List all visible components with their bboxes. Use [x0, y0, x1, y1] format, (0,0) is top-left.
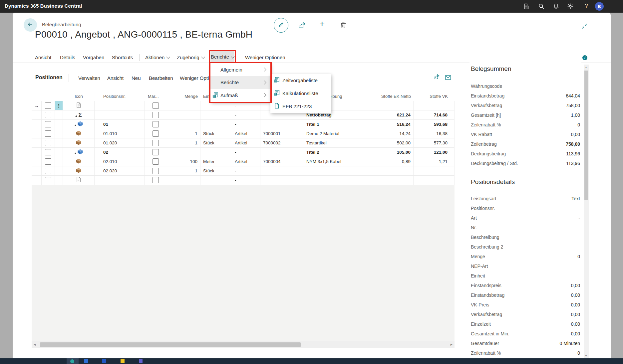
scrollbar-thumb[interactable] [40, 342, 301, 347]
row-checkbox[interactable] [45, 177, 51, 183]
menu-item-kalkulationsliste[interactable]: Kalkulationsliste [270, 87, 331, 100]
taskbar-icon[interactable] [139, 359, 143, 363]
breadcrumb[interactable]: Belegbearbeitung [42, 22, 81, 27]
horizontal-scrollbar[interactable]: ◀ ▶ [32, 341, 455, 348]
col-header-menge[interactable]: Menge [167, 92, 200, 101]
tab-ansicht[interactable]: Ansicht [35, 55, 51, 60]
factbox-title-belegsummen[interactable]: Belegsummen [471, 65, 511, 73]
table-row[interactable]: 02.0201Stück- [32, 166, 455, 176]
toolbar-bearbeiten[interactable]: Bearbeiten [149, 75, 173, 81]
row-checkbox[interactable] [45, 168, 51, 174]
row-checkbox[interactable] [153, 121, 159, 127]
taskbar-icon[interactable] [102, 359, 106, 363]
expand-triangle-icon[interactable] [74, 124, 76, 126]
menu-weniger-optionen[interactable]: Weniger Optionen [245, 55, 285, 60]
help-icon[interactable]: ? [583, 3, 589, 10]
scroll-down-icon[interactable]: ▼ [585, 354, 587, 357]
field-value[interactable]: 0,00 [571, 132, 580, 137]
col-header-positionsnr[interactable]: Positionsnr. [95, 92, 145, 101]
scroll-left-icon[interactable]: ◀ [34, 343, 36, 346]
share-button[interactable] [298, 22, 306, 30]
table-row[interactable]: 01.0101StückArtikel7000001Demo 2 Materia… [32, 129, 455, 138]
field-value[interactable]: 758,00 [566, 103, 580, 108]
field-value[interactable]: 113,96 [566, 151, 580, 156]
menu-berichte[interactable]: Berichte [210, 51, 234, 62]
menu-aktionen[interactable]: Aktionen [145, 55, 169, 60]
field-value[interactable]: 0 [577, 122, 580, 127]
taskbar-icon[interactable] [121, 359, 125, 363]
row-checkbox[interactable] [45, 102, 51, 109]
scroll-right-icon[interactable]: ▶ [451, 343, 453, 346]
table-row[interactable]: 02-Titel 2105,00121,00 [32, 148, 455, 157]
row-menu-dots-icon[interactable]: ⋮ [57, 103, 61, 108]
row-checkbox[interactable] [153, 112, 159, 118]
menu-item-aufmass[interactable]: Aufmaß [210, 89, 270, 102]
row-checkbox[interactable] [153, 168, 159, 174]
col-header-stoffe-vk[interactable]: Stoffe VK [414, 92, 455, 101]
field-value[interactable]: 1,00 [571, 112, 580, 118]
row-checkbox[interactable] [45, 130, 51, 137]
tab-shortcuts[interactable]: Shortcuts [112, 55, 133, 60]
row-checkbox[interactable] [153, 149, 159, 155]
expand-triangle-icon[interactable] [74, 152, 76, 154]
table-row[interactable]: - [32, 176, 455, 185]
tab-details[interactable]: Details [60, 55, 75, 60]
field-value[interactable]: 0 [577, 254, 580, 259]
field-value[interactable]: 0 Minuten [560, 341, 580, 346]
mail-lines-button[interactable] [445, 75, 451, 82]
table-row[interactable]: 01.0201StückArtikel7000002Testartikel502… [32, 138, 455, 148]
field-value[interactable]: - [578, 215, 580, 221]
field-value[interactable]: 0,00 [571, 321, 580, 327]
company-icon[interactable] [523, 3, 530, 10]
toolbar-verwalten[interactable]: Verwalten [78, 75, 100, 81]
menu-zugehoerig[interactable]: Zugehörig [177, 55, 204, 60]
menu-item-zeitvorgabeliste[interactable]: Zeitvorgabeliste [270, 74, 331, 87]
field-value[interactable]: 0,00 [571, 312, 580, 317]
row-checkbox[interactable] [153, 102, 159, 109]
search-icon[interactable] [538, 3, 545, 10]
row-checkbox[interactable] [45, 149, 51, 155]
delete-button[interactable] [340, 22, 347, 30]
info-icon[interactable]: i [582, 55, 587, 60]
add-button[interactable]: + [319, 19, 325, 29]
row-checkbox[interactable] [153, 158, 159, 165]
user-avatar[interactable]: B [595, 2, 604, 11]
menu-item-efb-221-223[interactable]: EFB 221-223 [270, 100, 331, 113]
settings-icon[interactable] [567, 3, 574, 10]
scrollbar-thumb[interactable] [584, 71, 588, 200]
notifications-icon[interactable] [553, 3, 560, 10]
menu-item-berichte[interactable]: Berichte [210, 76, 270, 89]
field-value[interactable]: 0,00 [571, 331, 580, 336]
factbox-title-positionsdetails[interactable]: Positionsdetails [471, 178, 515, 186]
field-value[interactable]: 113,96 [566, 161, 580, 166]
row-checkbox[interactable] [153, 140, 159, 146]
vertical-scrollbar[interactable]: ▲ ▼ [584, 65, 589, 359]
table-row[interactable]: 01-Titel 1516,24593,68 [32, 120, 455, 129]
taskbar-icon[interactable] [84, 359, 88, 363]
field-value[interactable]: 0,00 [571, 302, 580, 307]
row-checkbox[interactable] [153, 130, 159, 137]
row-checkbox[interactable] [45, 140, 51, 146]
field-value[interactable]: 0,00 [571, 283, 580, 288]
table-row[interactable]: Σ-Nettobetrag621,24714,68 [32, 110, 455, 120]
field-value[interactable]: Text [571, 196, 580, 201]
col-header-markiert[interactable]: Mar... [145, 92, 167, 101]
row-checkbox[interactable] [45, 121, 51, 127]
field-value[interactable]: 0,00 [571, 292, 580, 298]
edit-button[interactable] [274, 18, 288, 33]
toolbar-ansicht[interactable]: Ansicht [107, 75, 124, 81]
row-checkbox[interactable] [153, 177, 159, 183]
col-header-stoffe-ek-netto[interactable]: Stoffe EK Netto [370, 92, 414, 101]
tab-vorgaben[interactable]: Vorgaben [83, 55, 104, 60]
toolbar-neu[interactable]: Neu [132, 75, 141, 81]
row-checkbox[interactable] [45, 112, 51, 118]
collapse-button[interactable] [581, 23, 588, 31]
taskbar-active-app[interactable] [67, 358, 79, 364]
col-header-icon[interactable]: Icon [63, 92, 95, 101]
field-value[interactable]: 0 [577, 350, 580, 356]
field-value[interactable]: 758,00 [566, 141, 580, 147]
expand-triangle-icon[interactable] [75, 115, 77, 117]
scroll-up-icon[interactable]: ▲ [585, 66, 587, 69]
row-checkbox[interactable] [45, 158, 51, 165]
field-value[interactable]: 644,04 [566, 93, 580, 98]
